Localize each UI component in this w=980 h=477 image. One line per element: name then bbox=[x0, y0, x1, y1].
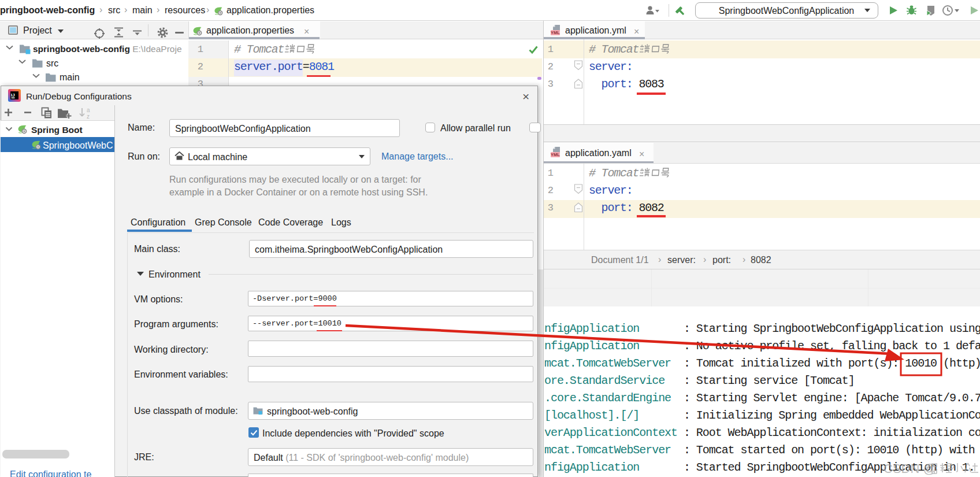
svg-text:IJ: IJ bbox=[11, 93, 15, 98]
svg-text:a: a bbox=[87, 107, 90, 113]
svg-text:YML: YML bbox=[551, 152, 560, 157]
svg-text:CSDN @: CSDN @ bbox=[884, 461, 936, 476]
svg-text:YML: YML bbox=[551, 30, 560, 35]
svg-text:z: z bbox=[87, 113, 90, 120]
